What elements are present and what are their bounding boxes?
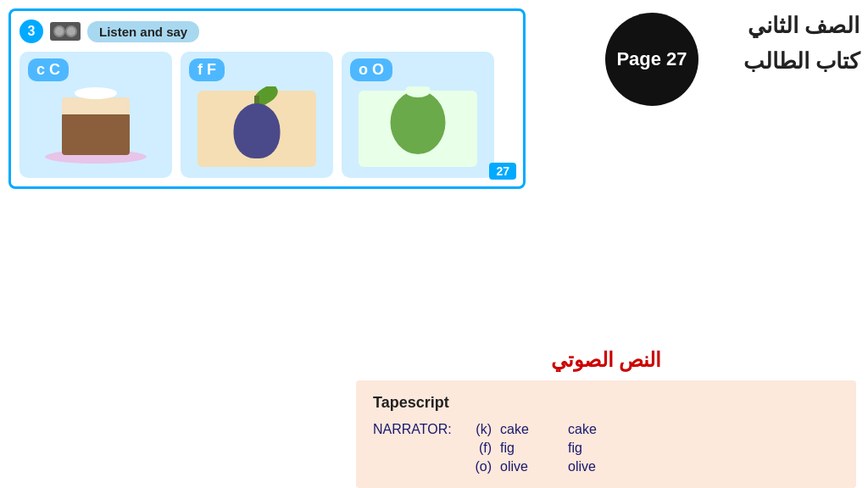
script-word1: olive (500, 459, 559, 474)
olive-image (354, 86, 481, 171)
fig-bulb (234, 103, 281, 158)
letter-badge-o: o O (350, 58, 392, 81)
script-line: (o) olive olive (466, 459, 627, 474)
cassette-icon (50, 22, 81, 41)
letter-badge-c: c C (28, 58, 69, 81)
items-row: c C f F o O (19, 52, 515, 178)
tapescript-title: Tapescript (373, 394, 839, 412)
audio-title: النص الصوتي (356, 348, 856, 372)
cake-top (62, 97, 130, 114)
cake-image (32, 86, 159, 171)
right-panel: الصف الثاني كتاب الطالب (537, 8, 860, 79)
fig-image (193, 86, 320, 171)
script-items: (k) cake cake (f) fig fig (o) olive oliv… (466, 422, 627, 474)
tapescript-section: النص الصوتي Tapescript NARRATOR: (k) cak… (356, 348, 856, 488)
narrator-row: NARRATOR: (k) cake cake (f) fig fig (o) … (373, 422, 839, 474)
script-word2: olive (568, 459, 627, 474)
narrator-label: NARRATOR: (373, 422, 466, 437)
lesson-card: 3 Listen and say c C f F (8, 8, 526, 189)
script-line: (k) cake cake (466, 422, 627, 437)
list-item: o O (342, 52, 494, 178)
list-item: c C (19, 52, 172, 178)
script-key: (k) (466, 422, 492, 437)
script-key: (o) (466, 459, 492, 474)
script-line: (f) fig fig (466, 441, 627, 456)
letter-badge-f: f F (189, 58, 225, 81)
cake-cream (75, 87, 117, 99)
list-item: f F (181, 52, 333, 178)
script-word2: fig (568, 441, 627, 456)
arabic-line2: كتاب الطالب (743, 44, 860, 80)
script-word1: fig (500, 441, 559, 456)
arabic-line1: الصف الثاني (743, 8, 860, 44)
arabic-title: الصف الثاني كتاب الطالب (743, 8, 860, 79)
cake-illustration (36, 91, 155, 167)
page-number: 27 (489, 163, 516, 180)
script-key: (f) (466, 441, 492, 456)
script-word2: cake (568, 422, 627, 437)
fig-illustration (198, 91, 316, 167)
page-circle: Page 27 (605, 13, 698, 106)
tapescript-box: Tapescript NARRATOR: (k) cake cake (f) f… (356, 380, 856, 488)
lesson-number: 3 (19, 19, 43, 43)
olive-body (391, 91, 446, 154)
cake-body (62, 113, 130, 155)
lesson-header: 3 Listen and say (19, 19, 515, 43)
listen-say-badge: Listen and say (87, 21, 199, 42)
script-word1: cake (500, 422, 559, 437)
olive-illustration (359, 91, 477, 167)
